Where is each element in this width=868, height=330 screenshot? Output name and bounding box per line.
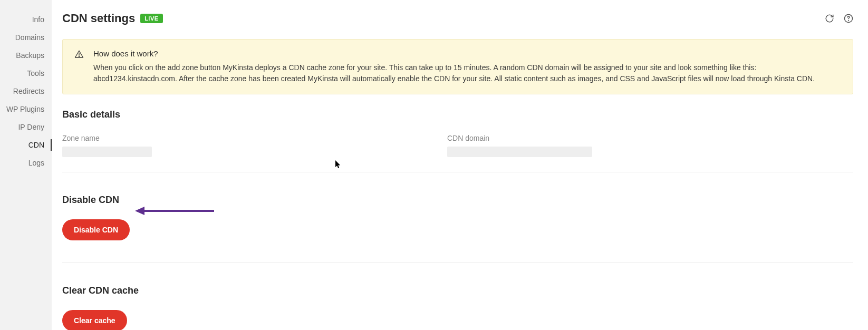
- sidebar-item-wp-plugins[interactable]: WP Plugins: [0, 100, 52, 118]
- sidebar-item-redirects[interactable]: Redirects: [0, 82, 52, 100]
- sidebar-item-label: Domains: [15, 33, 44, 42]
- svg-point-1: [848, 20, 849, 21]
- warning-triangle-icon: [74, 50, 84, 84]
- sidebar-item-label: IP Deny: [18, 123, 44, 131]
- sidebar: Info Domains Backups Tools Redirects WP …: [0, 0, 52, 330]
- sidebar-item-logs[interactable]: Logs: [0, 154, 52, 172]
- disable-cdn-button[interactable]: Disable CDN: [62, 219, 130, 240]
- info-alert: How does it work? When you click on the …: [62, 39, 853, 94]
- basic-details-row: Zone name CDN domain: [62, 134, 853, 172]
- alert-text: When you click on the add zone button My…: [93, 62, 841, 84]
- main-content: CDN settings LIVE How does it work? When…: [52, 0, 868, 330]
- clear-cache-button[interactable]: Clear cache: [62, 310, 127, 330]
- sidebar-item-label: CDN: [28, 141, 44, 149]
- basic-details-title: Basic details: [62, 109, 853, 120]
- sidebar-item-label: Tools: [27, 69, 44, 77]
- clear-cache-title: Clear CDN cache: [62, 285, 853, 296]
- refresh-icon[interactable]: [825, 14, 834, 23]
- cdn-domain-value: [447, 147, 592, 157]
- zone-name-label: Zone name: [62, 134, 379, 142]
- sidebar-item-label: WP Plugins: [6, 105, 44, 113]
- sidebar-item-label: Logs: [28, 159, 44, 167]
- disable-cdn-section: Disable CDN Disable CDN: [62, 195, 853, 263]
- sidebar-item-domains[interactable]: Domains: [0, 28, 52, 46]
- disable-cdn-title: Disable CDN: [62, 195, 853, 206]
- sidebar-item-backups[interactable]: Backups: [0, 46, 52, 64]
- svg-point-3: [79, 56, 79, 56]
- sidebar-item-label: Backups: [16, 51, 44, 60]
- sidebar-item-info[interactable]: Info: [0, 11, 52, 28]
- sidebar-item-tools[interactable]: Tools: [0, 64, 52, 82]
- sidebar-item-label: Redirects: [13, 87, 44, 95]
- alert-title: How does it work?: [93, 49, 841, 58]
- help-icon[interactable]: [844, 14, 853, 23]
- live-badge: LIVE: [140, 14, 162, 23]
- sidebar-item-label: Info: [32, 15, 44, 24]
- zone-name-value: [62, 147, 152, 157]
- page-title: CDN settings: [62, 12, 135, 25]
- sidebar-item-cdn[interactable]: CDN: [0, 136, 52, 154]
- page-header: CDN settings LIVE: [62, 12, 853, 25]
- cdn-domain-label: CDN domain: [447, 134, 690, 142]
- clear-cache-section: Clear CDN cache Clear cache: [62, 285, 853, 330]
- sidebar-item-ip-deny[interactable]: IP Deny: [0, 118, 52, 136]
